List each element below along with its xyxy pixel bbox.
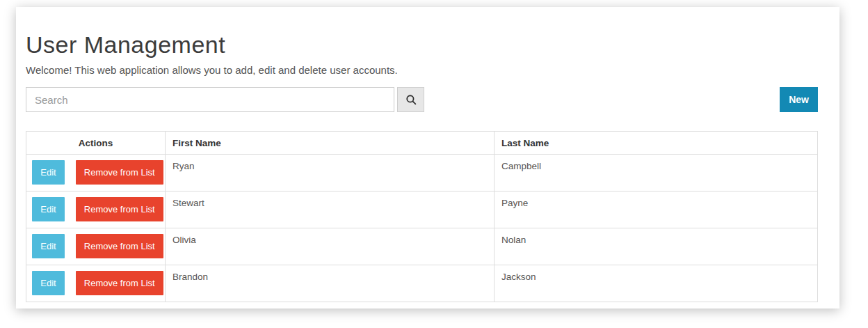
page-subtitle: Welcome! This web application allows you… xyxy=(26,64,818,76)
edit-button[interactable]: Edit xyxy=(32,234,65,258)
first-name-cell: Brandon xyxy=(166,265,495,302)
first-name-cell: Olivia xyxy=(166,228,495,265)
toolbar: New xyxy=(26,87,818,112)
search-button[interactable] xyxy=(397,87,424,112)
table-row: Edit Remove from List Olivia Nolan xyxy=(26,228,818,265)
edit-button[interactable]: Edit xyxy=(32,160,65,185)
remove-from-list-button[interactable]: Remove from List xyxy=(76,197,163,221)
table-header-row: Actions First Name Last Name xyxy=(26,132,818,155)
last-name-cell: Campbell xyxy=(495,155,818,192)
header-last-name: Last Name xyxy=(495,132,818,155)
actions-cell: Edit Remove from List xyxy=(26,228,166,265)
last-name-cell: Nolan xyxy=(495,228,818,265)
table-row: Edit Remove from List Brandon Jackson xyxy=(26,265,818,302)
actions-cell: Edit Remove from List xyxy=(26,265,166,302)
new-button[interactable]: New xyxy=(780,87,818,112)
header-actions: Actions xyxy=(26,132,166,155)
remove-from-list-button[interactable]: Remove from List xyxy=(76,234,163,258)
remove-from-list-button[interactable]: Remove from List xyxy=(76,271,163,295)
user-management-card: User Management Welcome! This web applic… xyxy=(16,7,839,309)
remove-from-list-button[interactable]: Remove from List xyxy=(76,160,163,185)
edit-button[interactable]: Edit xyxy=(32,197,65,221)
actions-cell: Edit Remove from List xyxy=(26,155,166,192)
edit-button[interactable]: Edit xyxy=(32,271,65,295)
first-name-cell: Ryan xyxy=(166,155,495,192)
search-icon xyxy=(405,93,417,106)
last-name-cell: Jackson xyxy=(495,265,818,302)
actions-cell: Edit Remove from List xyxy=(26,192,166,228)
page-title: User Management xyxy=(26,31,818,58)
search-input[interactable] xyxy=(26,87,394,112)
first-name-cell: Stewart xyxy=(166,192,495,228)
search-group xyxy=(26,87,424,112)
users-table: Actions First Name Last Name Edit Remove… xyxy=(26,131,818,302)
header-first-name: First Name xyxy=(166,132,495,155)
table-row: Edit Remove from List Stewart Payne xyxy=(26,192,818,228)
last-name-cell: Payne xyxy=(495,192,818,228)
table-row: Edit Remove from List Ryan Campbell xyxy=(26,155,818,192)
